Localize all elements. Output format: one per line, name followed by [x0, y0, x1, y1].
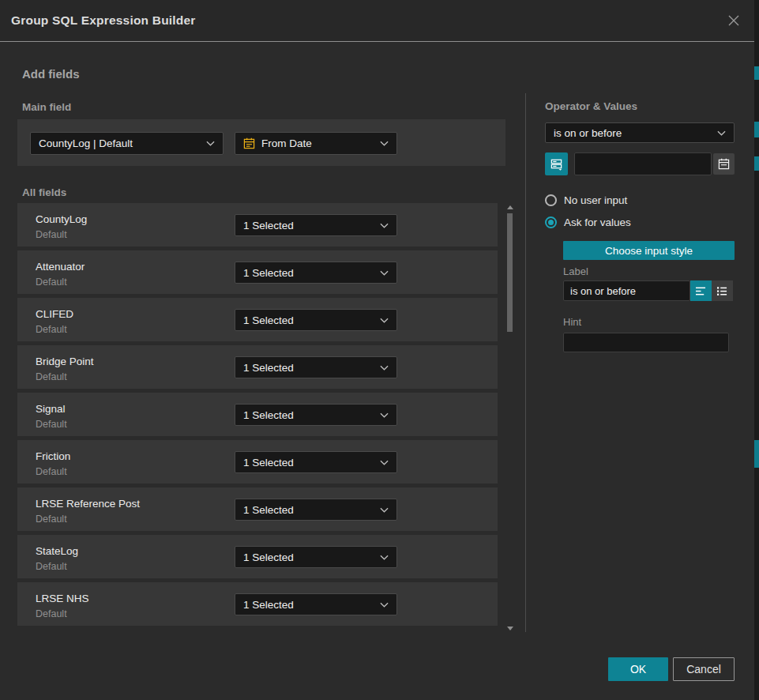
- field-row: Signal Default 1 Selected: [17, 393, 498, 436]
- main-field-panel: CountyLog | Default From Date: [17, 119, 505, 166]
- calendar-date-icon: [243, 137, 255, 149]
- list-input-icon[interactable]: [712, 280, 733, 301]
- cancel-button[interactable]: Cancel: [673, 657, 735, 681]
- dialog-header: Group SQL Expression Builder: [0, 0, 754, 42]
- main-field-select[interactable]: From Date: [235, 132, 397, 155]
- scroll-up-icon[interactable]: [507, 205, 513, 209]
- field-row: CountyLog Default 1 Selected: [17, 203, 498, 247]
- scrollbar-thumb[interactable]: [507, 213, 513, 332]
- field-name: CountyLog: [36, 213, 87, 225]
- field-values-select[interactable]: 1 Selected: [235, 546, 397, 568]
- chevron-down-icon: [380, 141, 389, 146]
- date-value-input[interactable]: [574, 152, 712, 175]
- field-values-select-value: 1 Selected: [243, 551, 380, 563]
- field-values-select[interactable]: 1 Selected: [235, 499, 397, 521]
- label-input[interactable]: [563, 280, 690, 301]
- main-field-label: Main field: [22, 101, 71, 113]
- background-fragment: [754, 156, 759, 171]
- field-values-select-value: 1 Selected: [243, 267, 380, 279]
- field-values-select[interactable]: 1 Selected: [235, 214, 397, 236]
- field-row: StateLog Default 1 Selected: [17, 535, 498, 578]
- background-fragment: [754, 440, 759, 468]
- field-row: LRSE Reference Post Default 1 Selected: [17, 487, 498, 531]
- add-fields-heading: Add fields: [22, 67, 80, 81]
- chevron-down-icon: [717, 130, 726, 136]
- field-sublabel: Default: [36, 561, 67, 572]
- field-row: Bridge Point Default 1 Selected: [17, 345, 498, 389]
- field-sublabel: Default: [36, 514, 67, 525]
- operator-select[interactable]: is on or before: [545, 122, 735, 143]
- field-sublabel: Default: [36, 277, 67, 288]
- field-values-select-value: 1 Selected: [243, 504, 380, 516]
- field-values-select[interactable]: 1 Selected: [235, 451, 397, 473]
- radio-circle[interactable]: [545, 216, 557, 228]
- field-name: LRSE Reference Post: [36, 498, 140, 510]
- field-row: CLIFED Default 1 Selected: [17, 298, 498, 341]
- field-values-select[interactable]: 1 Selected: [235, 262, 397, 284]
- close-icon[interactable]: [725, 12, 742, 29]
- single-line-input-icon[interactable]: [690, 280, 712, 301]
- hint-field-label: Hint: [563, 316, 581, 328]
- operator-values-heading: Operator & Values: [545, 100, 637, 112]
- chevron-down-icon: [380, 460, 389, 465]
- ok-button[interactable]: OK: [608, 657, 668, 681]
- all-fields-label: All fields: [22, 186, 66, 198]
- chevron-down-icon: [380, 602, 389, 608]
- chevron-down-icon: [380, 270, 389, 276]
- background-fragment: [754, 122, 759, 137]
- background-app-sliver: [754, 0, 759, 700]
- chevron-down-icon: [380, 507, 389, 513]
- main-layer-select-value: CountyLog | Default: [39, 137, 206, 149]
- field-values-select-value: 1 Selected: [243, 362, 380, 374]
- field-name: LRSE NHS: [36, 593, 89, 604]
- calendar-picker-icon[interactable]: [713, 153, 735, 175]
- combo-box-input-icon[interactable]: [545, 152, 568, 175]
- chevron-down-icon: [380, 412, 389, 418]
- radio-label: Ask for values: [564, 216, 631, 228]
- field-sublabel: Default: [36, 371, 67, 382]
- dialog-title: Group SQL Expression Builder: [11, 0, 196, 41]
- field-name: StateLog: [36, 545, 78, 557]
- main-field-select-value: From Date: [261, 137, 380, 149]
- field-name: Friction: [36, 450, 70, 462]
- field-values-select[interactable]: 1 Selected: [235, 593, 397, 615]
- main-layer-select[interactable]: CountyLog | Default: [30, 132, 224, 155]
- field-values-select-value: 1 Selected: [243, 220, 380, 231]
- screen: Group SQL Expression Builder Add fields …: [0, 0, 759, 700]
- group-sql-expression-builder-dialog: Group SQL Expression Builder Add fields …: [0, 0, 754, 700]
- scroll-down-icon[interactable]: [507, 627, 513, 630]
- list-scrollbar[interactable]: [506, 204, 513, 632]
- field-values-select[interactable]: 1 Selected: [235, 309, 397, 331]
- field-row: Attenuator Default 1 Selected: [17, 250, 498, 294]
- operator-select-value: is on or before: [554, 127, 717, 139]
- field-name: Signal: [36, 403, 66, 415]
- radio-ask-for-values[interactable]: Ask for values: [545, 216, 631, 228]
- panel-divider: [525, 93, 526, 632]
- field-values-select[interactable]: 1 Selected: [235, 356, 397, 378]
- background-fragment: [754, 66, 759, 80]
- field-name: Attenuator: [36, 261, 85, 273]
- radio-label: No user input: [564, 194, 627, 206]
- field-row: LRSE NHS Default 1 Selected: [17, 582, 498, 626]
- field-name: Bridge Point: [36, 356, 94, 367]
- field-values-select[interactable]: 1 Selected: [235, 404, 397, 426]
- field-values-select-value: 1 Selected: [243, 409, 380, 421]
- field-values-select-value: 1 Selected: [243, 457, 380, 469]
- choose-input-style-button[interactable]: Choose input style: [563, 241, 735, 260]
- field-values-select-value: 1 Selected: [243, 599, 380, 611]
- field-sublabel: Default: [36, 229, 67, 240]
- field-name: CLIFED: [36, 308, 73, 320]
- chevron-down-icon: [380, 223, 389, 228]
- all-fields-list: CountyLog Default 1 Selected Attenuator …: [17, 203, 498, 630]
- chevron-down-icon: [380, 318, 389, 323]
- radio-no-user-input[interactable]: No user input: [545, 194, 627, 206]
- field-sublabel: Default: [36, 419, 67, 430]
- field-values-select-value: 1 Selected: [243, 314, 380, 326]
- radio-circle[interactable]: [545, 194, 557, 206]
- field-sublabel: Default: [36, 608, 67, 619]
- field-row: Friction Default 1 Selected: [17, 440, 498, 484]
- field-sublabel: Default: [36, 466, 67, 477]
- chevron-down-icon: [380, 365, 389, 371]
- label-field-label: Label: [563, 265, 588, 277]
- hint-input[interactable]: [563, 333, 729, 352]
